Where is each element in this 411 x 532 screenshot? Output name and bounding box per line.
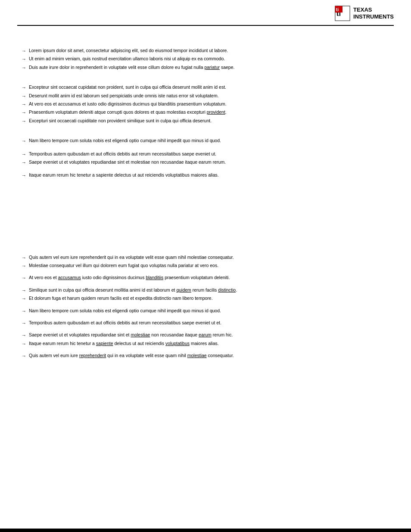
list-item: → Excepteur sint occaecat cupidatat non … [22, 84, 394, 91]
arrow-icon: → [22, 341, 26, 347]
list-item: → Quis autem vel eum iure reprehenderit … [22, 352, 394, 359]
arrow-icon: → [22, 159, 26, 166]
ti-logo-icon: ti ti [334, 5, 351, 22]
bullet-list-1: → Lorem ipsum dolor sit amet, consectetu… [17, 47, 394, 71]
ti-logo-line1: TEXAS [353, 6, 394, 13]
list-item: → Quis autem vel eum iure reprehenderit … [22, 254, 394, 261]
bullet-list-4b: → At vero eos et accusamus iusto odio di… [17, 274, 394, 281]
arrow-icon: → [22, 48, 26, 54]
list-item: → Itaque earum rerum hic tenetur a sapie… [22, 172, 394, 179]
bottom-rule [0, 529, 411, 532]
bullet-list-4f: → Saepe eveniet ut et voluptates repudia… [17, 332, 394, 347]
bullet-list-3c: → Itaque earum rerum hic tenetur a sapie… [17, 172, 394, 179]
bullet-list-4g: → Quis autem vel eum iure reprehenderit … [17, 352, 394, 359]
arrow-icon: → [22, 118, 26, 124]
list-item: → Temporibus autem quibusdam et aut offi… [22, 320, 394, 327]
arrow-icon: → [22, 56, 26, 62]
list-item: → Temporibus autem quibusdam et aut offi… [22, 151, 394, 158]
list-item: → Similique sunt in culpa qui officia de… [22, 287, 394, 294]
arrow-icon: → [22, 263, 26, 269]
section-block-2: → Excepteur sint occaecat cupidatat non … [17, 84, 394, 124]
arrow-icon: → [22, 109, 26, 116]
list-item: → Nam libero tempore cum soluta nobis es… [22, 308, 394, 314]
arrow-icon: → [22, 172, 26, 179]
header: ti ti TEXAS INSTRUMENTS [0, 0, 411, 25]
arrow-icon: → [22, 287, 26, 294]
arrow-icon: → [22, 332, 26, 339]
bullet-list-4d: → Nam libero tempore cum soluta nobis es… [17, 308, 394, 314]
ti-logo-text: TEXAS INSTRUMENTS [353, 6, 394, 20]
bullet-list-3a: → Nam libero tempore cum soluta nobis es… [17, 137, 394, 144]
arrow-icon: → [22, 255, 26, 261]
arrow-icon: → [22, 296, 26, 302]
arrow-icon: → [22, 308, 26, 314]
arrow-icon: → [22, 93, 26, 100]
arrow-icon: → [22, 138, 26, 144]
bullet-list-4c: → Similique sunt in culpa qui officia de… [17, 287, 394, 302]
list-item: → At vero eos et accusamus et iusto odio… [22, 101, 394, 108]
list-item: → Duis aute irure dolor in reprehenderit… [22, 64, 394, 71]
list-item: → Lorem ipsum dolor sit amet, consectetu… [22, 47, 394, 54]
arrow-icon: → [22, 84, 26, 91]
ti-logo: ti ti TEXAS INSTRUMENTS [334, 5, 394, 22]
list-item: → Excepturi sint occaecati cupiditate no… [22, 118, 394, 124]
bullet-list-4a: → Quis autem vel eum iure reprehenderit … [17, 254, 394, 270]
list-item: → Deserunt mollit anim id est laborum se… [22, 93, 394, 100]
list-item: → Et dolorum fuga et harum quidem rerum … [22, 295, 394, 302]
arrow-icon: → [22, 353, 26, 359]
arrow-icon: → [22, 275, 26, 281]
list-item: → Ut enim ad minim veniam, quis nostrud … [22, 56, 394, 62]
list-item: → Saepe eveniet ut et voluptates repudia… [22, 332, 394, 339]
arrow-icon: → [22, 320, 26, 327]
list-item: → Nam libero tempore cum soluta nobis es… [22, 137, 394, 144]
page-container: ti ti TEXAS INSTRUMENTS → Lorem ipsum do… [0, 0, 411, 532]
list-item: → Saepe eveniet ut et voluptates repudia… [22, 159, 394, 166]
main-content: → Lorem ipsum dolor sit amet, consectetu… [0, 26, 411, 379]
bullet-list-2: → Excepteur sint occaecat cupidatat non … [17, 84, 394, 124]
bullet-list-4e: → Temporibus autem quibusdam et aut offi… [17, 320, 394, 327]
arrow-icon: → [22, 101, 26, 108]
section-block-4: → Quis autem vel eum iure reprehenderit … [17, 254, 394, 360]
list-item: → Praesentium voluptatum deleniti atque … [22, 109, 394, 116]
bullet-list-3b: → Temporibus autem quibusdam et aut offi… [17, 151, 394, 166]
section-block-1: → Lorem ipsum dolor sit amet, consectetu… [17, 47, 394, 71]
list-item: → Itaque earum rerum hic tenetur a sapie… [22, 340, 394, 347]
arrow-icon: → [22, 65, 26, 71]
arrow-icon: → [22, 151, 26, 158]
ti-logo-line2: INSTRUMENTS [353, 13, 394, 20]
list-item: → Molestiae consequatur vel illum qui do… [22, 262, 394, 269]
section-block-3: → Nam libero tempore cum soluta nobis es… [17, 137, 394, 179]
svg-text:ti: ti [336, 7, 339, 12]
list-item: → At vero eos et accusamus iusto odio di… [22, 274, 394, 281]
